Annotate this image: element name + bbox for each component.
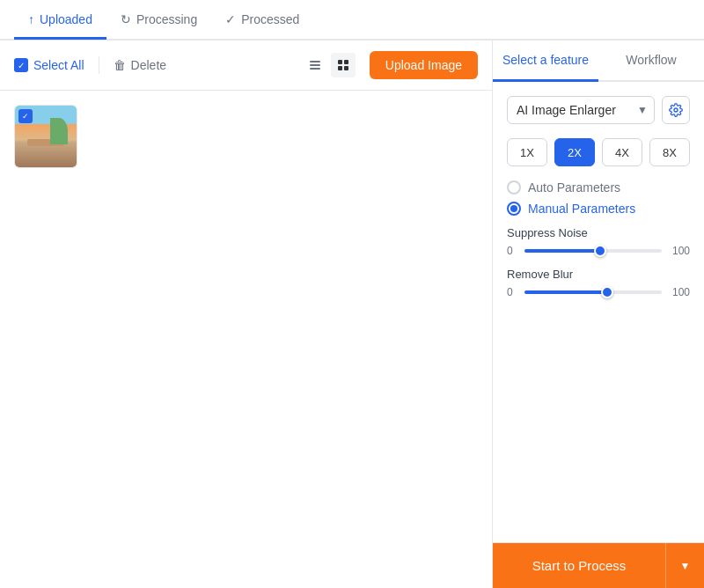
scale-buttons: 1X 2X 4X 8X	[507, 138, 690, 166]
view-toggle	[303, 53, 356, 77]
remove-blur-slider-row: 0 100	[507, 286, 690, 298]
app-container: ↑ Uploaded ↻ Processing ✓ Processed ✓ Se…	[0, 0, 704, 588]
remove-blur-max: 100	[669, 286, 690, 298]
tab-uploaded[interactable]: ↑ Uploaded	[14, 1, 106, 40]
suppress-noise-min: 0	[507, 245, 517, 257]
upload-icon: ↑	[28, 12, 34, 26]
dropdown-arrow-icon: ▼	[680, 560, 691, 572]
processed-icon: ✓	[225, 12, 236, 26]
scale-8x-button[interactable]: 8X	[649, 138, 690, 166]
remove-blur-track	[524, 290, 662, 294]
toolbar-divider	[99, 56, 99, 74]
auto-params-option[interactable]: Auto Parameters	[507, 180, 690, 195]
right-tabs: Select a feature Workflow	[493, 40, 704, 82]
grid-view-button[interactable]	[331, 53, 356, 77]
svg-rect-3	[338, 60, 342, 64]
scale-2x-button[interactable]: 2X	[554, 138, 595, 166]
radio-inner	[510, 205, 517, 212]
toolbar: ✓ Select All 🗑 Delete	[0, 40, 492, 91]
processing-icon: ↻	[121, 12, 131, 26]
check-icon: ✓	[18, 61, 25, 70]
suppress-noise-slider-row: 0 100	[507, 245, 690, 257]
manual-params-option[interactable]: Manual Parameters	[507, 202, 690, 216]
suppress-noise-group: Suppress Noise 0 100	[507, 226, 690, 257]
remove-blur-thumb[interactable]	[601, 286, 613, 298]
delete-label: Delete	[131, 58, 166, 72]
feature-select[interactable]: AI Image Enlarger AI Image Denoiser AI I…	[507, 96, 655, 124]
svg-point-7	[674, 108, 678, 112]
image-item[interactable]: ✓	[14, 105, 77, 168]
suppress-noise-max: 100	[669, 245, 690, 257]
tab-select-feature[interactable]: Select a feature	[493, 40, 598, 82]
feature-dropdown-row: AI Image Enlarger AI Image Denoiser AI I…	[507, 96, 690, 124]
image-check-icon: ✓	[22, 112, 29, 121]
tab-processing[interactable]: ↻ Processing	[106, 1, 211, 40]
left-panel: ✓ Select All 🗑 Delete	[0, 40, 493, 588]
image-selected-indicator: ✓	[18, 109, 33, 123]
suppress-noise-thumb[interactable]	[594, 245, 606, 257]
remove-blur-group: Remove Blur 0 100	[507, 268, 690, 298]
trash-icon: 🗑	[114, 58, 126, 72]
select-all-label: Select All	[33, 58, 84, 72]
manual-params-radio[interactable]	[507, 202, 521, 216]
remove-blur-label: Remove Blur	[507, 268, 690, 281]
tab-processed[interactable]: ✓ Processed	[211, 1, 313, 40]
tab-workflow[interactable]: Workflow	[598, 40, 704, 82]
settings-button[interactable]	[662, 96, 690, 124]
delete-button[interactable]: 🗑 Delete	[114, 58, 166, 72]
svg-rect-4	[344, 60, 348, 64]
auto-params-label: Auto Parameters	[528, 180, 620, 195]
select-feature-label: Select a feature	[502, 53, 589, 67]
auto-params-radio[interactable]	[507, 180, 521, 195]
feature-panel: AI Image Enlarger AI Image Denoiser AI I…	[493, 82, 704, 542]
gear-icon	[669, 103, 683, 117]
workflow-label: Workflow	[626, 53, 676, 67]
svg-rect-5	[338, 66, 342, 70]
image-grid: ✓	[0, 91, 492, 588]
tab-processing-label: Processing	[136, 12, 197, 26]
svg-rect-0	[310, 61, 320, 62]
feature-select-wrapper: AI Image Enlarger AI Image Denoiser AI I…	[507, 96, 655, 124]
list-icon	[308, 58, 322, 72]
grid-icon	[336, 58, 350, 72]
main-content: ✓ Select All 🗑 Delete	[0, 40, 704, 588]
select-all-checkbox[interactable]: ✓	[14, 58, 28, 72]
select-all-wrapper[interactable]: ✓ Select All	[14, 58, 84, 72]
svg-rect-6	[344, 66, 348, 70]
svg-rect-2	[310, 68, 320, 70]
manual-params-label: Manual Parameters	[528, 202, 635, 216]
params-section: Auto Parameters Manual Parameters	[507, 180, 690, 216]
remove-blur-min: 0	[507, 286, 517, 298]
tab-processed-label: Processed	[241, 12, 299, 26]
suppress-noise-track	[524, 249, 662, 253]
process-dropdown-button[interactable]: ▼	[665, 543, 704, 588]
top-tabs: ↑ Uploaded ↻ Processing ✓ Processed	[0, 0, 704, 40]
suppress-noise-fill	[524, 249, 600, 253]
suppress-noise-label: Suppress Noise	[507, 226, 690, 239]
scale-1x-button[interactable]: 1X	[507, 138, 547, 166]
action-bar: Start to Process ▼	[493, 542, 704, 588]
list-view-button[interactable]	[303, 53, 327, 77]
right-panel: Select a feature Workflow AI Image Enlar…	[493, 40, 704, 588]
tab-uploaded-label: Uploaded	[40, 12, 92, 26]
svg-rect-1	[310, 64, 320, 66]
scale-4x-button[interactable]: 4X	[602, 138, 642, 166]
remove-blur-fill	[524, 290, 607, 294]
upload-button[interactable]: Upload Image	[370, 51, 478, 79]
start-process-button[interactable]: Start to Process	[493, 543, 665, 588]
